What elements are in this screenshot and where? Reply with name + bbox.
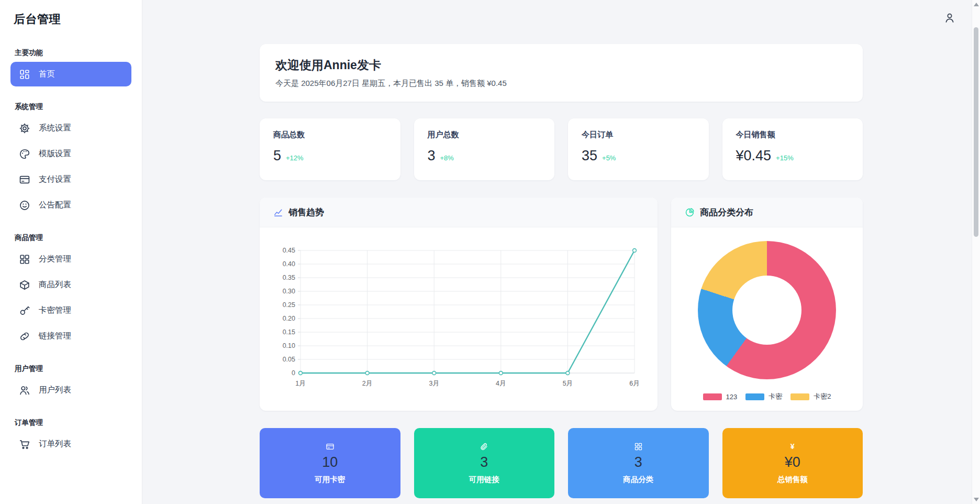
line-data-point <box>365 371 369 375</box>
paperclip-icon <box>480 442 488 451</box>
quick-stat-available-links: 3可用链接 <box>414 428 555 498</box>
main-content: 欢迎使用Annie发卡 今天是 2025年06月27日 星期五，本月已售出 35… <box>142 0 980 504</box>
sales-trend-card: 销售趋势 00.050.100.150.200.250.300.350.400.… <box>260 198 658 411</box>
line-data-point <box>299 371 303 375</box>
grid-icon <box>634 442 643 451</box>
sidebar-item-product-list[interactable]: 商品列表 <box>10 272 131 297</box>
app-title: 后台管理 <box>0 0 142 32</box>
stat-card-today-sales: 今日销售额¥0.45+15% <box>722 118 863 180</box>
sidebar-item-card-key-management[interactable]: 卡密管理 <box>10 298 131 323</box>
category-donut-chart <box>698 241 836 379</box>
sidebar-item-label: 商品列表 <box>39 279 71 290</box>
sidebar-section-label: 系统管理 <box>15 102 142 112</box>
cart-icon <box>19 439 30 450</box>
welcome-subtitle: 今天是 2025年06月27日 星期五，本月已售出 35 单，销售额 ¥0.45 <box>275 79 847 89</box>
stat-label: 今日销售额 <box>736 130 850 140</box>
y-axis-tick-label: 0.10 <box>283 342 295 349</box>
yuan-icon: ¥ <box>790 442 795 451</box>
sidebar-item-label: 支付设置 <box>39 174 71 185</box>
legend-label: 卡密2 <box>814 392 831 401</box>
quick-stat-value: 10 <box>322 454 338 470</box>
stat-label: 用户总数 <box>428 130 541 140</box>
legend-swatch <box>745 393 764 400</box>
scrollbar-up-arrow[interactable] <box>974 3 979 6</box>
stat-value: ¥0.45 <box>736 148 772 164</box>
y-axis-tick-label: 0.45 <box>283 247 295 254</box>
legend-item[interactable]: 卡密 <box>745 392 782 401</box>
category-distribution-header: 商品分类分布 <box>671 198 863 227</box>
y-axis-tick-label: 0.20 <box>283 315 295 322</box>
sales-trend-chart: 00.050.100.150.200.250.300.350.400.451月2… <box>260 227 658 402</box>
welcome-card: 欢迎使用Annie发卡 今天是 2025年06月27日 星期五，本月已售出 35… <box>260 44 863 102</box>
scrollbar-thumb[interactable] <box>974 27 978 237</box>
grid-icon <box>19 254 30 265</box>
sidebar-item-label: 公告配置 <box>39 200 71 211</box>
quick-stat-total-sales: ¥¥0总销售额 <box>722 428 863 498</box>
sidebar-item-label: 卡密管理 <box>39 305 71 316</box>
legend-label: 卡密 <box>769 392 782 401</box>
sidebar-item-system-settings[interactable]: 系统设置 <box>10 116 131 140</box>
stat-card-today-orders: 今日订单35+5% <box>568 118 709 180</box>
stat-value: 5 <box>273 148 281 164</box>
sidebar-item-order-list[interactable]: 订单列表 <box>10 432 131 456</box>
users-icon <box>19 385 30 396</box>
x-axis-tick-label: 2月 <box>362 380 372 387</box>
vertical-scrollbar[interactable] <box>972 0 980 504</box>
package-icon <box>19 279 30 291</box>
x-axis-tick-label: 3月 <box>429 380 439 387</box>
sidebar-item-label: 订单列表 <box>39 439 71 450</box>
sidebar: 后台管理 主要功能首页系统管理系统设置模版设置支付设置公告配置商品管理分类管理商… <box>0 0 142 504</box>
line-data-point <box>499 371 503 375</box>
sidebar-section-label: 主要功能 <box>15 48 142 58</box>
stat-value: 35 <box>582 148 597 164</box>
line-chart-icon <box>273 207 283 217</box>
quick-stat-value: 3 <box>634 454 642 470</box>
legend-swatch <box>790 393 809 400</box>
quick-stat-label: 可用卡密 <box>315 475 345 485</box>
sidebar-item-link-management[interactable]: 链接管理 <box>10 324 131 348</box>
x-axis-tick-label: 1月 <box>295 380 305 387</box>
quick-stat-label: 总销售额 <box>777 475 808 485</box>
category-distribution-card: 商品分类分布 123卡密卡密2 <box>671 198 863 411</box>
sidebar-item-label: 链接管理 <box>39 331 71 342</box>
category-distribution-title: 商品分类分布 <box>700 206 753 218</box>
sales-trend-header: 销售趋势 <box>260 198 658 227</box>
sidebar-item-home[interactable]: 首页 <box>10 62 131 86</box>
quick-stat-value: 3 <box>480 454 488 470</box>
gear-icon <box>19 123 30 134</box>
sidebar-item-template-settings[interactable]: 模版设置 <box>10 141 131 166</box>
dashboard-container: 欢迎使用Annie发卡 今天是 2025年06月27日 星期五，本月已售出 35… <box>260 0 863 498</box>
scrollbar-down-arrow[interactable] <box>974 498 979 501</box>
palette-icon <box>19 148 30 160</box>
smiley-icon <box>19 200 30 211</box>
person-icon[interactable] <box>943 12 956 24</box>
welcome-title: 欢迎使用Annie发卡 <box>275 57 847 73</box>
line-data-point <box>633 249 637 253</box>
sidebar-item-label: 系统设置 <box>39 123 71 134</box>
y-axis-tick-label: 0 <box>292 369 295 377</box>
sidebar-item-announcement-config[interactable]: 公告配置 <box>10 193 131 217</box>
stat-value: 3 <box>428 148 436 164</box>
quick-stat-label: 商品分类 <box>623 475 653 485</box>
sidebar-section-label: 商品管理 <box>15 233 142 243</box>
sales-trend-title: 销售趋势 <box>288 206 324 218</box>
quick-stat-product-categories: 3商品分类 <box>568 428 709 498</box>
sidebar-item-payment-settings[interactable]: 支付设置 <box>10 167 131 192</box>
legend-item[interactable]: 123 <box>703 393 738 401</box>
legend-item[interactable]: 卡密2 <box>790 392 831 401</box>
sidebar-item-user-list[interactable]: 用户列表 <box>10 378 131 402</box>
stat-delta: +8% <box>440 154 454 162</box>
sidebar-item-category-management[interactable]: 分类管理 <box>10 247 131 271</box>
quick-stats-row: 10可用卡密3可用链接3商品分类¥¥0总销售额 <box>260 428 863 498</box>
sidebar-section-label: 订单管理 <box>15 418 142 428</box>
charts-row: 销售趋势 00.050.100.150.200.250.300.350.400.… <box>260 198 863 411</box>
y-axis-tick-label: 0.35 <box>283 274 295 281</box>
y-axis-tick-label: 0.40 <box>283 260 295 268</box>
sidebar-nav: 主要功能首页系统管理系统设置模版设置支付设置公告配置商品管理分类管理商品列表卡密… <box>0 48 142 468</box>
sales-trend-svg: 00.050.100.150.200.250.300.350.400.451月2… <box>273 241 644 400</box>
pie-chart-icon <box>685 207 695 217</box>
dashboard-grid-icon <box>19 69 30 80</box>
sidebar-item-label: 首页 <box>39 69 55 80</box>
y-axis-tick-label: 0.15 <box>283 328 295 336</box>
stat-label: 今日订单 <box>582 130 695 140</box>
